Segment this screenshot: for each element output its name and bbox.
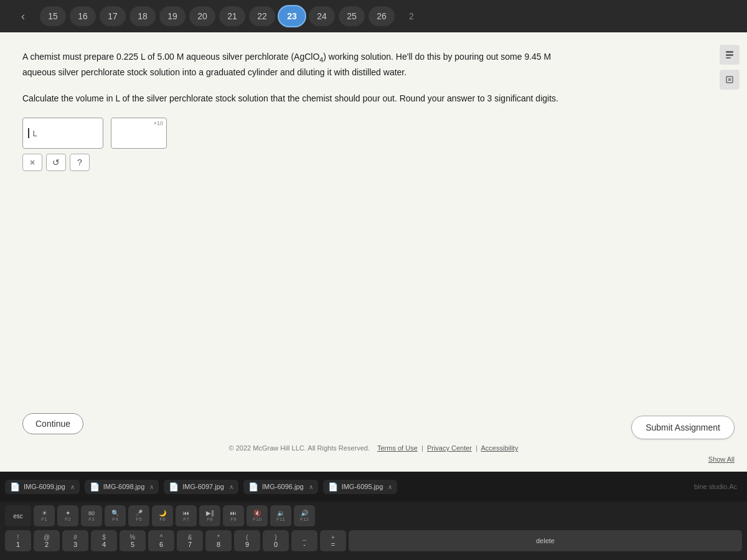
num-6: 6	[159, 541, 163, 548]
taskbar-item-1[interactable]: 📄 IMG-6098.jpg ∧	[85, 480, 159, 494]
sidebar-icon-2[interactable]	[720, 70, 740, 90]
page-btn-23[interactable]: 23	[279, 6, 305, 26]
taskbar-label-0: IMG-6099.jpg	[24, 483, 65, 490]
show-all-link[interactable]: Show All	[708, 455, 735, 463]
sym-6: ^	[160, 534, 163, 541]
sym-plus: +	[331, 534, 335, 541]
page-btn-more[interactable]: 2	[398, 6, 425, 26]
main-content: A chemist must prepare 0.225 L of 5.00 M…	[0, 32, 747, 472]
continue-button[interactable]: Continue	[22, 413, 83, 434]
f5-icon: 🎤	[135, 510, 143, 516]
f12-icon: 🔊	[301, 510, 308, 516]
sidebar-icon-1[interactable]	[720, 45, 740, 65]
num-4-key[interactable]: $ 4	[91, 530, 117, 553]
f12-key[interactable]: 🔊 F12	[294, 505, 315, 528]
f6-key[interactable]: 🌙 F6	[152, 505, 173, 528]
page-btn-18[interactable]: 18	[129, 6, 156, 26]
keyboard-area: esc ☀ F1 ✦ F2 80 F3 🔍 F4 🎤 F5 🌙 F6 ⏮ F7	[0, 502, 747, 560]
num-3-key[interactable]: # 3	[62, 530, 88, 553]
side-icons	[720, 45, 740, 90]
num-9-key[interactable]: ( 9	[234, 530, 260, 553]
f4-key[interactable]: 🔍 F4	[105, 505, 126, 528]
page-btn-19[interactable]: 19	[159, 6, 186, 26]
f8-key[interactable]: ▶‖ F8	[199, 505, 220, 528]
answer-input-field[interactable]: L	[22, 118, 103, 149]
f2-icon: ✦	[65, 510, 70, 516]
f7-key[interactable]: ⏮ F7	[176, 505, 197, 528]
num-0: 0	[274, 541, 278, 548]
page-btn-21[interactable]: 21	[219, 6, 245, 26]
taskbar-label-4: IMG-6095.jpg	[342, 483, 383, 490]
clear-button[interactable]: ×	[22, 154, 42, 171]
page-btn-16[interactable]: 16	[70, 6, 96, 26]
num-5: 5	[131, 541, 134, 548]
question-paragraph-2: Calculate the volume in L of the silver …	[22, 91, 583, 105]
f9-icon: ⏭	[230, 510, 237, 516]
sym-5: %	[130, 534, 136, 541]
accessibility-link[interactable]: Accessibility	[481, 444, 519, 452]
f11-icon: 🔉	[277, 510, 284, 516]
num-4: 4	[102, 541, 106, 548]
sym-3: #	[73, 534, 77, 541]
f2-key[interactable]: ✦ F2	[57, 505, 78, 528]
taskbar-item-2[interactable]: 📄 IMG-6097.jpg ∧	[164, 480, 238, 494]
file-icon-0: 📄	[10, 482, 20, 492]
toolbar-row: × ↺ ?	[22, 154, 725, 171]
submit-assignment-button[interactable]: Submit Assignment	[631, 416, 735, 439]
math-input-area: L ×10	[22, 118, 725, 149]
sym-0: )	[275, 534, 276, 541]
page-btn-26[interactable]: 26	[369, 6, 395, 26]
f9-key[interactable]: ⏭ F9	[223, 505, 244, 528]
page-btn-17[interactable]: 17	[100, 6, 126, 26]
num-8: 8	[217, 541, 220, 548]
f1-key[interactable]: ☀ F1	[34, 505, 55, 528]
f10-key[interactable]: 🔇 F10	[247, 505, 268, 528]
f8-icon: ▶‖	[206, 510, 214, 516]
num-1-key[interactable]: ! 1	[5, 530, 31, 553]
footer-links: © 2022 McGraw Hill LLC. All Rights Reser…	[229, 444, 519, 452]
num-3: 3	[73, 541, 77, 548]
num-equal-key[interactable]: + =	[320, 530, 346, 553]
num-2: 2	[45, 541, 49, 548]
num-minus-key[interactable]: _ -	[291, 530, 317, 553]
page-btn-20[interactable]: 20	[189, 6, 215, 26]
num-5-key[interactable]: % 5	[120, 530, 146, 553]
svg-rect-2	[726, 57, 731, 58]
prev-page-button[interactable]: ‹	[10, 6, 36, 26]
page-btn-25[interactable]: 25	[339, 6, 365, 26]
help-button[interactable]: ?	[70, 154, 90, 171]
num-1: 1	[16, 541, 20, 548]
terms-link[interactable]: Terms of Use	[377, 444, 418, 452]
page-btn-22[interactable]: 22	[249, 6, 275, 26]
undo-button[interactable]: ↺	[46, 154, 66, 171]
num-minus: -	[303, 541, 306, 548]
svg-rect-0	[726, 51, 733, 53]
file-icon-3: 📄	[248, 482, 258, 492]
num-7: 7	[188, 541, 192, 548]
sym-1: !	[17, 534, 19, 541]
esc-key[interactable]: esc	[5, 505, 31, 528]
f5-key[interactable]: 🎤 F5	[128, 505, 149, 528]
page-btn-24[interactable]: 24	[309, 6, 335, 26]
num-6-key[interactable]: ^ 6	[148, 530, 174, 553]
taskbar-item-4[interactable]: 📄 IMG-6095.jpg ∧	[323, 480, 398, 494]
f1-icon: ☀	[42, 510, 47, 516]
sym-under: _	[303, 534, 306, 541]
copyright-text: © 2022 McGraw Hill LLC. All Rights Reser…	[229, 444, 370, 452]
privacy-link[interactable]: Privacy Center	[427, 444, 472, 452]
taskbar-item-3[interactable]: 📄 IMG-6096.jpg ∧	[243, 480, 318, 494]
exponent-label: ×10	[154, 120, 163, 126]
num-2-key[interactable]: @ 2	[34, 530, 60, 553]
delete-key[interactable]: delete	[349, 530, 742, 553]
page-btn-15[interactable]: 15	[40, 6, 66, 26]
num-0-key[interactable]: ) 0	[263, 530, 289, 553]
f11-key[interactable]: 🔉 F11	[270, 505, 291, 528]
fn-row: esc ☀ F1 ✦ F2 80 F3 🔍 F4 🎤 F5 🌙 F6 ⏮ F7	[5, 505, 742, 528]
taskbar: 📄 IMG-6099.jpg ∧ 📄 IMG-6098.jpg ∧ 📄 IMG-…	[0, 472, 747, 502]
f3-key[interactable]: 80 F3	[81, 505, 102, 528]
num-8-key[interactable]: * 8	[205, 530, 232, 553]
taskbar-item-0[interactable]: 📄 IMG-6099.jpg ∧	[5, 480, 80, 494]
chevron-3: ∧	[309, 483, 313, 490]
num-7-key[interactable]: & 7	[177, 530, 203, 553]
exponent-input-field[interactable]: ×10	[111, 118, 167, 149]
